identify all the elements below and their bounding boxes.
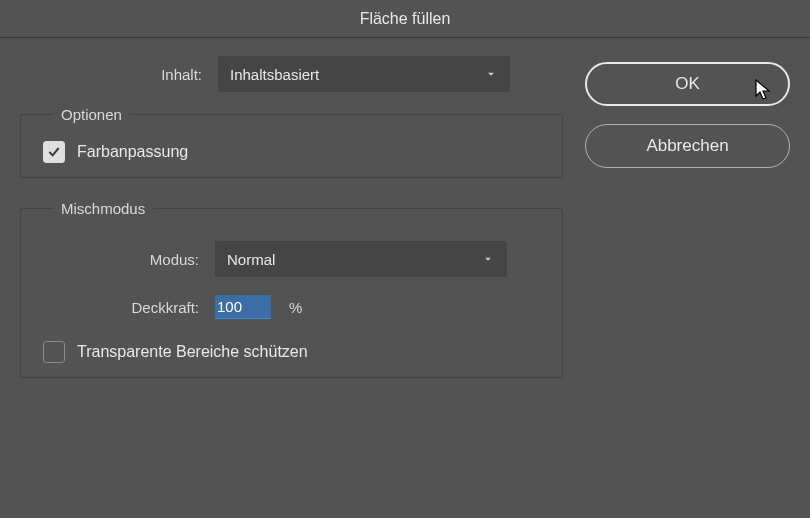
ok-button[interactable]: OK xyxy=(585,62,790,106)
modus-select-value: Normal xyxy=(227,251,275,268)
ok-button-label: OK xyxy=(675,74,700,94)
dialog-content: Inhalt: Inhaltsbasiert Optionen Farbanpa… xyxy=(0,38,810,396)
chevron-down-icon xyxy=(481,252,495,266)
deckkraft-input[interactable] xyxy=(215,295,271,319)
dialog-title: Fläche füllen xyxy=(0,0,810,38)
deckkraft-row: Deckkraft: % xyxy=(35,295,548,319)
inhalt-label: Inhalt: xyxy=(20,66,218,83)
cursor-icon xyxy=(754,78,774,102)
protect-checkbox[interactable] xyxy=(43,341,65,363)
inhalt-select-value: Inhaltsbasiert xyxy=(230,66,319,83)
cancel-button-label: Abbrechen xyxy=(646,136,728,156)
cancel-button[interactable]: Abbrechen xyxy=(585,124,790,168)
farbanpassung-row: Farbanpassung xyxy=(35,141,548,163)
left-column: Inhalt: Inhaltsbasiert Optionen Farbanpa… xyxy=(20,56,563,378)
protect-row: Transparente Bereiche schützen xyxy=(35,341,548,363)
modus-label: Modus: xyxy=(35,251,215,268)
mischmodus-legend: Mischmodus xyxy=(53,200,153,217)
modus-select[interactable]: Normal xyxy=(215,241,507,277)
deckkraft-unit: % xyxy=(289,299,302,316)
optionen-legend: Optionen xyxy=(53,106,130,123)
farbanpassung-label: Farbanpassung xyxy=(77,143,188,161)
farbanpassung-checkbox[interactable] xyxy=(43,141,65,163)
chevron-down-icon xyxy=(484,67,498,81)
right-column: OK Abbrechen xyxy=(585,56,790,378)
deckkraft-label: Deckkraft: xyxy=(35,299,215,316)
protect-label: Transparente Bereiche schützen xyxy=(77,343,308,361)
optionen-group: Optionen Farbanpassung xyxy=(20,106,563,178)
mischmodus-group: Mischmodus Modus: Normal Deckkraft: % Tr… xyxy=(20,200,563,378)
inhalt-select[interactable]: Inhaltsbasiert xyxy=(218,56,510,92)
inhalt-row: Inhalt: Inhaltsbasiert xyxy=(20,56,563,92)
modus-row: Modus: Normal xyxy=(35,241,548,277)
